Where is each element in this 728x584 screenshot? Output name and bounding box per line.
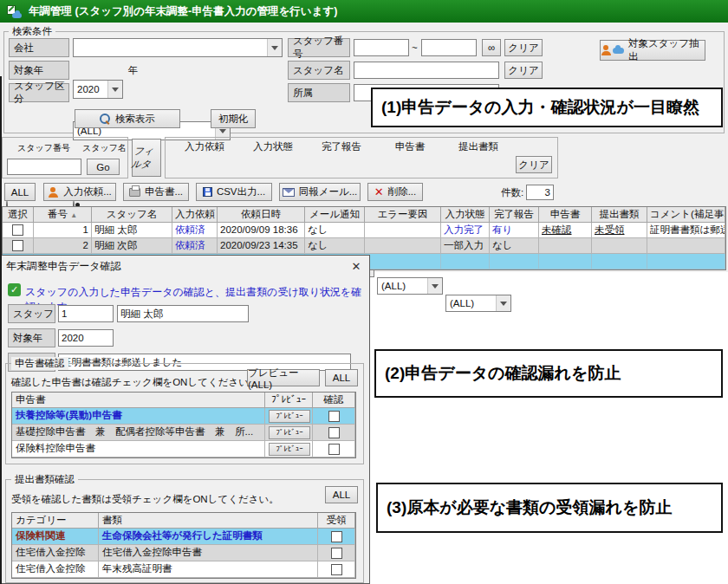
col-select[interactable]: 選択 [3, 207, 34, 223]
docs-row1-category: 保険料関連 [12, 529, 99, 545]
range-tilde-label: ~ [412, 40, 418, 55]
filter-form-combobox[interactable]: (ALL) [377, 277, 443, 295]
annotation-2: (2)申告データの確認漏れを防止 [374, 349, 723, 398]
form-row2-check-checkbox[interactable] [328, 427, 340, 438]
toolbar-delete-label: 削除... [388, 185, 417, 198]
row1-completion-report: 有り [490, 223, 539, 238]
form-check-instruction: 確認した申告書は確認チェック欄をONしてください。 [11, 376, 259, 389]
staff-number-to-input[interactable] [421, 39, 477, 56]
toolbar-input-request-label: 入力依頼... [63, 185, 112, 198]
docs-row2-doc: 住宅借入金控除申告書 [99, 545, 318, 561]
filter-col-label-form: 申告書 [377, 140, 443, 153]
list-item[interactable]: 扶養控除等(異動)申告書 ﾌﾟﾚﾋﾞｭｰ [12, 408, 355, 425]
toolbar-broadcast-mail-button[interactable]: 同報メール... [279, 183, 361, 201]
row2-docs-status [592, 238, 647, 254]
staff-number-from-input[interactable] [354, 39, 409, 56]
staff-name-input[interactable] [354, 62, 499, 79]
col-input-status[interactable]: 入力状態 [441, 207, 490, 223]
col-request-datetime[interactable]: 依頼日時 [218, 207, 305, 223]
list-item[interactable]: 住宅借入金控除 年末残高証明書 [12, 561, 355, 578]
form-row1-check-checkbox[interactable] [328, 411, 340, 422]
search-display-button[interactable]: 検索表示 [75, 109, 180, 128]
table-row[interactable]: 1 明細 太郎 依頼済 2020/09/09 18:36 なし 入力完了 有り … [3, 223, 725, 238]
floppy-disk-icon [203, 187, 212, 197]
radio-staff-number-label: スタッフ番号 [17, 142, 70, 154]
person-icon [601, 45, 612, 55]
col-input-request[interactable]: 入力依頼 [172, 207, 218, 223]
docs-row3-receive-checkbox[interactable] [331, 564, 342, 575]
dialog-staff-name-input[interactable] [117, 305, 249, 322]
filter-docs-combobox[interactable]: (ALL) [445, 295, 511, 312]
form-table-header: 申告書 ﾌﾟﾚﾋﾞｭｰ 確認 [12, 393, 355, 408]
company-label: 会社 [9, 38, 69, 57]
col-comment[interactable]: コメント(補足事項) [647, 207, 725, 223]
toolbar-form-print-button[interactable]: 申告書... [123, 183, 189, 201]
printer-icon [129, 188, 140, 197]
toolbar-csv-export-button[interactable]: CSV出力... [196, 183, 272, 201]
list-item[interactable]: 基礎控除申告書 兼 配偶者控除等申告書 兼 所... ﾌﾟﾚﾋﾞｭｰ [12, 425, 355, 441]
col-staff-name[interactable]: スタッフ名 [92, 207, 172, 223]
docs-check-all-button[interactable]: ALL [325, 486, 358, 503]
go-button[interactable]: Go [87, 159, 120, 175]
row1-mail-notice: なし [305, 223, 365, 238]
row2-completion-report: なし [490, 238, 539, 254]
row2-request-datetime: 2020/09/23 14:35 [218, 238, 305, 254]
toolbar-csv-label: CSV出力... [217, 185, 265, 198]
docs-check-title: 提出書類確認 [11, 473, 78, 486]
col-mail-notice[interactable]: メール通知 [305, 207, 365, 223]
table-row[interactable]: 2 明細 次郎 依頼済 2020/09/23 14:35 なし 一部入力 なし [3, 238, 725, 254]
row2-input-status: 一部入力 [441, 238, 490, 254]
form-row1-name: 扶養控除等(異動)申告書 [12, 408, 265, 425]
docs-row1-doc: 生命保険会社等が発行した証明書類 [99, 529, 318, 545]
filter-clear-button[interactable]: クリア [516, 156, 552, 173]
filter-form-value: (ALL) [381, 281, 406, 291]
staff-number-clear-button[interactable]: クリア [504, 39, 543, 56]
extract-target-staff-button[interactable]: 対象スタッフ抽出 [600, 40, 705, 61]
docs-table-header: カテゴリー 書類 受領 [12, 513, 355, 529]
staff-grid-header: 選択 番号 ▲ スタッフ名 入力依頼 依頼日時 メール通知 エラー要因 入力状態… [3, 207, 725, 223]
search-group-label: 検索条件 [9, 25, 55, 38]
confirm-dialog: 年末調整申告データ確認 ✕ ✓ スタッフの入力した申告データの確認と、提出書類の… [0, 255, 370, 584]
window-titlebar: 年調管理 (スタッフ別の年末調整-申告書入力の管理を行います) [0, 0, 728, 23]
close-icon[interactable]: ✕ [346, 257, 367, 275]
initialize-button[interactable]: 初期化 [211, 109, 256, 128]
docs-row1-receive-checkbox[interactable] [331, 531, 342, 542]
dialog-year-input[interactable] [58, 329, 114, 347]
row1-docs-status: 未受領 [592, 223, 647, 238]
infinity-button[interactable]: ∞ [482, 39, 501, 56]
preview-button[interactable]: ﾌﾟﾚﾋﾞｭｰ [269, 443, 310, 456]
col-error-factor[interactable]: エラー要因 [365, 207, 441, 223]
toolbar-delete-button[interactable]: ✕ 削除... [367, 183, 423, 201]
preview-button[interactable]: ﾌﾟﾚﾋﾞｭｰ [269, 426, 310, 439]
row2-select-checkbox[interactable] [12, 240, 23, 251]
preview-all-button[interactable]: プレビュー(ALL) [247, 369, 320, 386]
row2-input-request: 依頼済 [172, 238, 218, 254]
col-form[interactable]: 申告書 [539, 207, 592, 223]
toolbar-form-label: 申告書... [145, 185, 183, 198]
list-item[interactable]: 保険料関連 生命保険会社等が発行した証明書類 [12, 529, 355, 545]
list-item[interactable]: 保険料控除申告書 ﾌﾟﾚﾋﾞｭｰ [12, 441, 355, 457]
target-year-combobox[interactable]: 2020 [73, 80, 123, 99]
docs-col-doc: 書類 [99, 513, 318, 529]
staff-name-label: スタッフ名 [288, 61, 350, 80]
col-number[interactable]: 番号 ▲ [34, 207, 92, 223]
form-check-all-button[interactable]: ALL [325, 369, 358, 386]
docs-row2-receive-checkbox[interactable] [331, 548, 342, 559]
col-completion-report[interactable]: 完了報告 [490, 207, 539, 223]
company-combobox[interactable] [73, 38, 283, 57]
staff-name-clear-button[interactable]: クリア [504, 62, 543, 79]
toolbar-mail-label: 同報メール... [299, 185, 358, 198]
row1-select-checkbox[interactable] [12, 224, 23, 236]
form-row3-check-checkbox[interactable] [328, 444, 340, 455]
dialog-staff-no-input[interactable] [58, 305, 114, 322]
col-docs[interactable]: 提出書類 [592, 207, 647, 223]
quick-find-input[interactable] [7, 159, 81, 175]
list-item[interactable]: 住宅借入金控除 住宅借入金控除申告書 [12, 545, 355, 561]
row2-number: 2 [34, 238, 92, 254]
toolbar-input-request-button[interactable]: 入力依頼... [43, 183, 116, 201]
form-check-table: 申告書 ﾌﾟﾚﾋﾞｭｰ 確認 扶養控除等(異動)申告書 ﾌﾟﾚﾋﾞｭｰ 基礎控除… [11, 392, 356, 458]
toolbar-all-button[interactable]: ALL [4, 183, 36, 201]
preview-button[interactable]: ﾌﾟﾚﾋﾞｭｰ [269, 410, 310, 423]
row2-mail-notice: なし [305, 238, 365, 254]
filter-docs-value: (ALL) [450, 298, 474, 308]
